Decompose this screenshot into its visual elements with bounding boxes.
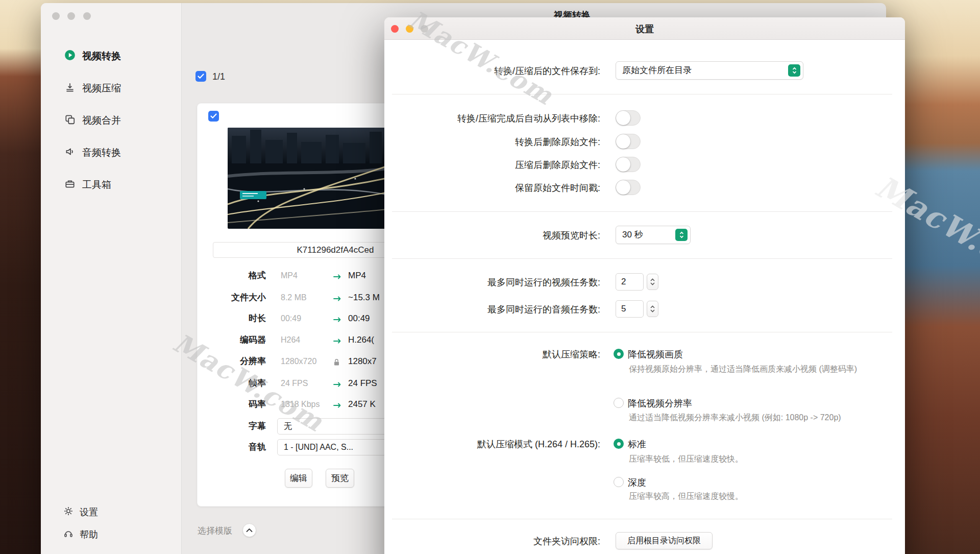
row-target-value: 00:49: [348, 308, 370, 329]
divider: [392, 332, 892, 332]
close-button[interactable]: [391, 25, 399, 33]
row-source-value: 00:49: [281, 308, 301, 329]
keep-timestamp-toggle[interactable]: [616, 180, 641, 195]
sidebar-item-label: 视频转换: [82, 50, 121, 63]
mode-deep-label: 深度: [628, 476, 646, 489]
auto-remove-toggle[interactable]: [616, 110, 641, 126]
strategy-quality-desc: 保持视频原始分辨率，通过适当降低画质来减小视频 (调整码率): [629, 364, 857, 374]
play-circle-icon: [64, 50, 76, 63]
stepper-down-icon: [650, 309, 655, 312]
toggle-knob: [616, 134, 630, 149]
compression-mode-label: 默认压缩模式 (H.264 / H.265):: [384, 438, 600, 450]
row-target-value: MP4: [348, 265, 366, 286]
save-destination-label: 转换/压缩后的文件保存到:: [384, 65, 600, 77]
edit-button[interactable]: 编辑: [285, 469, 312, 488]
delete-after-compress-toggle[interactable]: [616, 157, 641, 172]
row-label: 文件大小: [198, 287, 266, 308]
file-checkbox[interactable]: [208, 111, 219, 122]
toggle-knob: [616, 180, 630, 195]
toolbox-icon: [64, 178, 76, 191]
subtitle-select[interactable]: 无: [277, 418, 395, 435]
divider: [392, 211, 892, 212]
strategy-resolution-label: 降低视频分辨率: [628, 397, 692, 410]
row-target-value: 2457 K: [348, 394, 376, 415]
divider: [392, 94, 892, 94]
sidebar-item-video-convert[interactable]: 视频转换: [41, 40, 181, 72]
keep-timestamp-label: 保留原始文件时间戳:: [384, 182, 600, 194]
auto-remove-label: 转换/压缩完成后自动从列表中移除:: [384, 112, 600, 125]
stepper-up-icon: [650, 305, 655, 308]
save-destination-select[interactable]: 原始文件所在目录: [616, 61, 803, 80]
stepper-down-icon: [650, 282, 655, 285]
mode-standard-desc: 压缩率较低，但压缩速度较快。: [629, 453, 857, 464]
arrow-right-icon: [333, 401, 341, 411]
row-source-value: H264: [281, 329, 300, 351]
row-source-value: 1280x720: [281, 351, 316, 372]
row-label: 编码器: [198, 329, 266, 351]
max-video-tasks-stepper[interactable]: [647, 274, 658, 290]
max-video-tasks-field[interactable]: 2: [616, 273, 644, 291]
strategy-resolution-radio[interactable]: [614, 398, 624, 408]
enable-root-access-button[interactable]: 启用根目录访问权限: [616, 532, 713, 549]
sidebar-item-label: 帮助: [80, 528, 98, 541]
row-label: 格式: [198, 265, 266, 286]
thumbnail-badge: [240, 191, 266, 199]
sidebar-item-help[interactable]: 帮助: [41, 523, 181, 546]
strategy-quality-radio[interactable]: [614, 349, 624, 359]
preview-duration-select[interactable]: 30 秒: [616, 226, 691, 244]
mode-standard-radio[interactable]: [614, 439, 624, 449]
compress-icon: [64, 82, 76, 95]
arrow-right-icon: [333, 295, 341, 304]
speaker-icon: [64, 146, 76, 159]
delete-after-convert-toggle[interactable]: [616, 134, 641, 149]
sidebar-item-label: 视频合并: [82, 114, 121, 127]
minimize-button-inactive[interactable]: [67, 12, 75, 20]
sidebar-item-label: 音频转换: [82, 146, 121, 159]
stepper-up-icon: [650, 278, 655, 281]
file-count-label: 1/1: [212, 71, 225, 82]
row-label: 音轨: [198, 437, 266, 458]
max-video-tasks-label: 最多同时运行的视频任务数:: [384, 276, 600, 288]
arrow-right-icon: [333, 380, 341, 390]
close-button-inactive[interactable]: [52, 12, 60, 20]
headset-icon: [63, 528, 74, 541]
zoom-button-inactive[interactable]: [83, 12, 91, 20]
audio-track-select[interactable]: 1 - [UND] AAC, S...: [277, 439, 395, 455]
lock-icon: [333, 358, 340, 368]
zoom-button-disabled[interactable]: [421, 25, 428, 33]
template-expand-button[interactable]: [242, 523, 256, 537]
mode-standard-label: 标准: [628, 438, 646, 450]
sidebar-item-toolbox[interactable]: 工具箱: [41, 168, 181, 201]
divider: [392, 258, 892, 259]
chevron-up-icon: [246, 528, 253, 533]
max-audio-tasks-label: 最多同时运行的音频任务数:: [384, 303, 600, 316]
select-all-checkbox[interactable]: [195, 71, 206, 82]
strategy-resolution-desc: 通过适当降低视频分辨率来减小视频 (例如: 1080p -> 720p): [629, 412, 857, 423]
select-stepper-icon: [675, 229, 688, 241]
mode-deep-radio[interactable]: [614, 477, 624, 487]
sidebar-item-label: 设置: [80, 506, 98, 518]
preview-button[interactable]: 预览: [326, 469, 354, 488]
strategy-quality-label: 降低视频画质: [628, 348, 683, 360]
row-source-value: 8.2 MB: [281, 287, 307, 308]
minimize-button[interactable]: [406, 25, 413, 33]
sidebar-item-settings[interactable]: 设置: [41, 501, 181, 523]
sidebar-item-video-compress[interactable]: 视频压缩: [41, 72, 181, 104]
settings-dialog: 设置 转换/压缩后的文件保存到: 原始文件所在目录 转换/压缩完成后自动从列表中…: [384, 17, 905, 554]
toggle-knob: [616, 111, 630, 125]
sidebar-menu: 视频转换 视频压缩 视频合并 音频转换: [41, 40, 181, 201]
divider: [392, 519, 892, 519]
sidebar-item-video-merge[interactable]: 视频合并: [41, 104, 181, 136]
delete-after-compress-label: 压缩后删除原始文件:: [384, 159, 600, 171]
max-audio-tasks-stepper[interactable]: [647, 301, 658, 317]
mode-deep-desc: 压缩率较高，但压缩速度较慢。: [629, 491, 857, 501]
max-audio-tasks-field[interactable]: 5: [616, 300, 644, 318]
row-label: 帧率: [198, 373, 266, 394]
folder-access-label: 文件夹访问权限:: [384, 535, 600, 547]
merge-icon: [64, 114, 76, 127]
settings-titlebar: 设置: [384, 17, 905, 40]
sidebar-item-audio-convert[interactable]: 音频转换: [41, 136, 181, 168]
row-target-value: H.264(: [348, 329, 374, 351]
sidebar: 视频转换 视频压缩 视频合并 音频转换: [41, 3, 182, 554]
row-source-value: 24 FPS: [281, 373, 308, 394]
